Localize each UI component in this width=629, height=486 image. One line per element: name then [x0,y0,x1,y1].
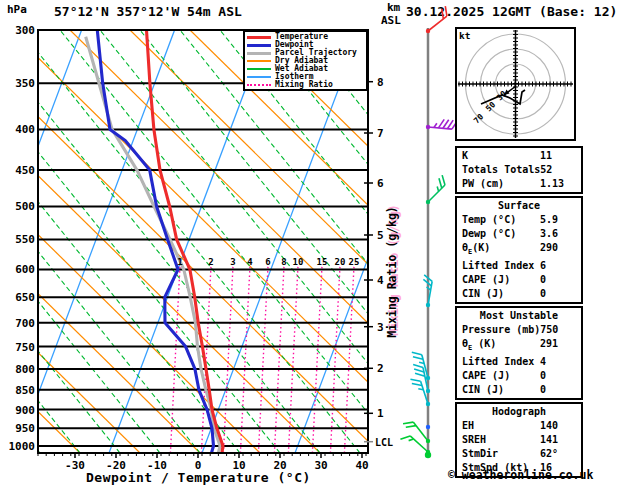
km-tick-label-7: 7 [377,127,384,140]
table-row-value: 0 [540,383,576,397]
table-section: HodographEH140SREH141StmDir62°StmSpd (kt… [455,402,583,478]
temperature-curve [147,30,224,457]
pressure-label-400: 400 [15,123,35,136]
table-row-label: Temp (°C) [462,213,540,227]
pressure-label-750: 750 [15,341,35,354]
table-row-value: 4 [540,355,576,369]
x-tick-label: 30 [314,459,327,472]
table-row-label: CIN (J) [462,383,540,397]
km-tick-label-2: 2 [377,362,384,375]
table-row-value: 140 [540,419,576,433]
table-row: PW (cm)1.13 [457,177,581,191]
table-row-label: PW (cm) [462,177,540,191]
mixing-ratio-label: 3 [230,257,235,267]
mixing-ratio-label: 8 [281,257,286,267]
mixing-ratio-label: 4 [247,257,253,267]
mixing-ratio-label: 6 [265,257,270,267]
table-row-label: StmDir [462,447,540,461]
wind-barb [422,6,450,31]
table-row: Temp (°C)5.9 [457,213,581,227]
table-row-label: Pressure (mb) [462,323,540,337]
table-row-label: Totals Totals [462,163,540,177]
pressure-label-350: 350 [15,77,35,90]
lcl-label: LCL [375,437,393,448]
table-row: θE(K)290 [457,241,581,259]
table-row: Dewp (°C)3.6 [457,227,581,241]
table-row-label: Lifted Index [462,355,540,369]
mixing-ratio-label: 10 [293,257,304,267]
legend-line-sample [247,84,271,86]
table-row: EH140 [457,419,581,433]
x-tick-label: -30 [65,459,85,472]
table-row: Lifted Index6 [457,259,581,273]
km-tick-label-5: 5 [377,229,384,242]
legend-line-sample [247,44,271,47]
wind-barb [428,118,458,129]
legend-line-sample [247,36,271,39]
wind-barb [419,275,433,305]
pressure-label-550: 550 [15,233,35,246]
table-row-label: CIN (J) [462,287,540,301]
pressure-label-600: 600 [15,263,35,276]
table-row-label: SREH [462,433,540,447]
legend-item: Mixing Ratio [247,81,364,89]
pressure-label-300: 300 [15,24,35,37]
table-row-label: Lifted Index [462,259,540,273]
table-row-label: θE(K) [462,241,540,259]
table-row: Lifted Index4 [457,355,581,369]
table-row-value: 0 [540,287,576,301]
mixing-ratio-label: 25 [349,257,360,267]
pressure-label-1000: 1000 [9,440,36,453]
hodograph: 305070 [456,28,575,140]
table-row-value: 0 [540,369,576,383]
table-row-value: 750 [540,323,576,337]
table-row: CIN (J)0 [457,287,581,301]
table-row-label: CAPE (J) [462,369,540,383]
pressure-label-700: 700 [15,317,35,330]
table-row-value: 0 [540,273,576,287]
table-row-value: 5.9 [540,213,576,227]
legend-line-sample [247,60,271,62]
table-row-value: 11 [540,149,576,163]
x-tick-label: 40 [355,459,368,472]
mixing-ratio-axis-label: Mixing Ratio (g/kg) [385,206,399,338]
table-row-value: 62° [540,447,576,461]
table-row-label: θE (K) [462,337,540,355]
skewt-chart-page: hPa 57°12'N 357°12'W 54m ASL km ASL 30.1… [0,0,629,486]
table-row-value: 52 [540,163,576,177]
table-row-value: 141 [540,433,576,447]
dewpoint-curve [97,30,213,457]
table-section-title: Hodograph [457,405,581,419]
temperature-axis-label: Dewpoint / Temperature (°C) [86,470,311,485]
pressure-label-650: 650 [15,291,35,304]
table-row: CAPE (J)0 [457,273,581,287]
hodograph-unit-label: kt [459,30,470,41]
mixing-ratio-label: 1 [177,257,182,267]
table-row-label: Dewp (°C) [462,227,540,241]
km-tick-label-8: 8 [377,76,384,89]
pressure-label-450: 450 [15,164,35,177]
pressure-label-500: 500 [15,200,35,213]
km-tick-label-6: 6 [377,177,384,190]
table-row-value: 290 [540,241,576,259]
pressure-label-900: 900 [15,404,35,417]
table-row-value: 291 [540,337,576,355]
table-row: Pressure (mb)750 [457,323,581,337]
table-row-value: 6 [540,259,576,273]
pressure-label-950: 950 [15,422,35,435]
legend-item-label: Mixing Ratio [275,81,333,89]
table-row: SREH141 [457,433,581,447]
pressure-label-850: 850 [15,384,35,397]
mixing-ratio-labels: 12346810152025 [177,257,359,267]
legend-line-sample [247,68,271,70]
table-row: θE (K)291 [457,337,581,355]
mixing-ratio-label: 15 [317,257,328,267]
table-row: Totals Totals52 [457,163,581,177]
table-row: CAPE (J)0 [457,369,581,383]
legend: TemperatureDewpointParcel TrajectoryDry … [243,30,368,91]
table-section: K11Totals Totals52PW (cm)1.13 [455,146,583,194]
wind-barb [422,175,449,202]
table-section-title: Most Unstable [457,309,581,323]
table-row-value: 3.6 [540,227,576,241]
km-tick-label-1: 1 [377,407,384,420]
